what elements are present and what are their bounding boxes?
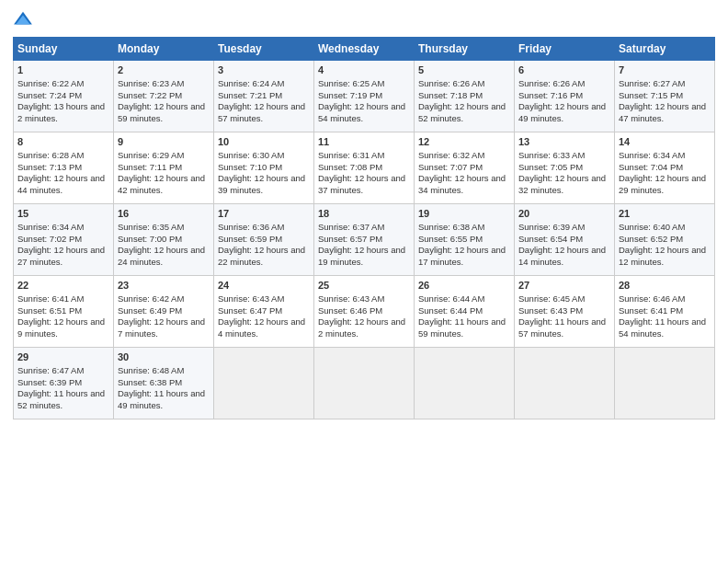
calendar-cell: 19Sunrise: 6:38 AMSunset: 6:55 PMDayligh…: [415, 204, 515, 276]
daylight-text: Daylight: 12 hours and 42 minutes.: [118, 173, 205, 195]
day-number: 13: [518, 135, 610, 149]
daylight-text: Daylight: 12 hours and 39 minutes.: [218, 173, 305, 195]
sunset-text: Sunset: 7:18 PM: [418, 90, 483, 100]
header: [13, 9, 715, 29]
day-number: 30: [118, 350, 210, 364]
calendar-cell: 23Sunrise: 6:42 AMSunset: 6:49 PMDayligh…: [114, 276, 214, 348]
daylight-text: Daylight: 12 hours and 24 minutes.: [118, 245, 205, 267]
sunset-text: Sunset: 6:43 PM: [518, 305, 583, 316]
daylight-text: Daylight: 12 hours and 59 minutes.: [118, 101, 205, 123]
calendar-cell: 1Sunrise: 6:22 AMSunset: 7:24 PMDaylight…: [14, 61, 114, 132]
day-number: 27: [518, 279, 610, 293]
sunrise-text: Sunrise: 6:25 AM: [318, 78, 384, 88]
calendar-cell: 10Sunrise: 6:30 AMSunset: 7:10 PMDayligh…: [214, 132, 314, 204]
daylight-text: Daylight: 12 hours and 27 minutes.: [17, 245, 105, 267]
daylight-text: Daylight: 12 hours and 17 minutes.: [418, 245, 506, 267]
daylight-text: Daylight: 12 hours and 37 minutes.: [318, 173, 405, 195]
day-header-thursday: Thursday: [415, 38, 515, 61]
sunset-text: Sunset: 7:22 PM: [118, 90, 182, 100]
daylight-text: Daylight: 12 hours and 22 minutes.: [218, 245, 305, 267]
sunrise-text: Sunrise: 6:37 AM: [318, 222, 384, 232]
calendar-cell: 30Sunrise: 6:48 AMSunset: 6:38 PMDayligh…: [114, 348, 214, 419]
calendar-week-2: 8Sunrise: 6:28 AMSunset: 7:13 PMDaylight…: [14, 132, 715, 204]
calendar-cell: 6Sunrise: 6:26 AMSunset: 7:16 PMDaylight…: [515, 61, 615, 132]
sunset-text: Sunset: 6:54 PM: [518, 234, 583, 244]
calendar-cell: 24Sunrise: 6:43 AMSunset: 6:47 PMDayligh…: [214, 276, 314, 348]
daylight-text: Daylight: 12 hours and 19 minutes.: [318, 245, 405, 267]
day-number: 26: [418, 279, 510, 293]
daylight-text: Daylight: 11 hours and 54 minutes.: [619, 316, 706, 339]
calendar-cell: 16Sunrise: 6:35 AMSunset: 7:00 PMDayligh…: [114, 204, 214, 276]
day-number: 19: [418, 207, 510, 221]
calendar-cell: [415, 348, 515, 419]
sunset-text: Sunset: 7:05 PM: [518, 162, 583, 172]
daylight-text: Daylight: 12 hours and 49 minutes.: [518, 101, 606, 123]
calendar-week-1: 1Sunrise: 6:22 AMSunset: 7:24 PMDaylight…: [14, 61, 715, 132]
sunset-text: Sunset: 6:57 PM: [318, 234, 382, 244]
sunset-text: Sunset: 6:52 PM: [619, 234, 683, 244]
sunrise-text: Sunrise: 6:31 AM: [318, 150, 384, 160]
day-number: 3: [218, 63, 310, 77]
calendar-cell: 21Sunrise: 6:40 AMSunset: 6:52 PMDayligh…: [615, 204, 715, 276]
daylight-text: Daylight: 12 hours and 52 minutes.: [418, 101, 506, 123]
sunset-text: Sunset: 7:10 PM: [218, 162, 282, 172]
sunrise-text: Sunrise: 6:26 AM: [418, 78, 484, 88]
sunrise-text: Sunrise: 6:34 AM: [17, 222, 84, 232]
sunset-text: Sunset: 6:51 PM: [17, 305, 82, 316]
day-number: 22: [17, 279, 109, 293]
day-number: 24: [218, 279, 310, 293]
sunset-text: Sunset: 7:00 PM: [118, 234, 182, 244]
daylight-text: Daylight: 12 hours and 57 minutes.: [218, 101, 305, 123]
daylight-text: Daylight: 12 hours and 12 minutes.: [619, 245, 706, 267]
day-number: 18: [318, 207, 410, 221]
logo: [13, 9, 37, 29]
day-number: 4: [318, 63, 410, 77]
daylight-text: Daylight: 13 hours and 2 minutes.: [17, 101, 105, 123]
sunrise-text: Sunrise: 6:39 AM: [518, 222, 585, 232]
calendar-cell: [214, 348, 314, 419]
day-header-wednesday: Wednesday: [314, 38, 415, 61]
sunrise-text: Sunrise: 6:48 AM: [118, 365, 184, 375]
sunset-text: Sunset: 6:47 PM: [218, 305, 282, 316]
calendar-cell: 28Sunrise: 6:46 AMSunset: 6:41 PMDayligh…: [615, 276, 715, 348]
calendar-cell: 18Sunrise: 6:37 AMSunset: 6:57 PMDayligh…: [314, 204, 415, 276]
sunset-text: Sunset: 6:38 PM: [118, 377, 182, 387]
day-number: 12: [418, 135, 510, 149]
day-number: 16: [118, 207, 210, 221]
day-header-monday: Monday: [114, 38, 214, 61]
day-number: 1: [17, 63, 109, 77]
daylight-text: Daylight: 12 hours and 54 minutes.: [318, 101, 405, 123]
sunrise-text: Sunrise: 6:30 AM: [218, 150, 284, 160]
sunset-text: Sunset: 7:08 PM: [318, 162, 382, 172]
calendar-cell: 17Sunrise: 6:36 AMSunset: 6:59 PMDayligh…: [214, 204, 314, 276]
calendar-cell: 4Sunrise: 6:25 AMSunset: 7:19 PMDaylight…: [314, 61, 415, 132]
sunrise-text: Sunrise: 6:38 AM: [418, 222, 484, 232]
daylight-text: Daylight: 12 hours and 32 minutes.: [518, 173, 606, 195]
daylight-text: Daylight: 11 hours and 59 minutes.: [418, 316, 506, 339]
sunrise-text: Sunrise: 6:24 AM: [218, 78, 284, 88]
calendar-cell: 26Sunrise: 6:44 AMSunset: 6:44 PMDayligh…: [415, 276, 515, 348]
day-number: 6: [518, 63, 610, 77]
daylight-text: Daylight: 12 hours and 29 minutes.: [619, 173, 706, 195]
sunrise-text: Sunrise: 6:46 AM: [619, 293, 685, 304]
daylight-text: Daylight: 12 hours and 34 minutes.: [418, 173, 506, 195]
day-header-tuesday: Tuesday: [214, 38, 314, 61]
calendar-cell: 11Sunrise: 6:31 AMSunset: 7:08 PMDayligh…: [314, 132, 415, 204]
day-number: 9: [118, 135, 210, 149]
day-number: 25: [318, 279, 410, 293]
calendar-cell: [515, 348, 615, 419]
day-header-sunday: Sunday: [14, 38, 114, 61]
sunrise-text: Sunrise: 6:44 AM: [418, 293, 484, 304]
calendar-cell: [314, 348, 415, 419]
day-header-friday: Friday: [515, 38, 615, 61]
day-number: 14: [619, 135, 711, 149]
sunrise-text: Sunrise: 6:45 AM: [518, 293, 585, 304]
daylight-text: Daylight: 12 hours and 7 minutes.: [118, 316, 205, 339]
sunrise-text: Sunrise: 6:29 AM: [118, 150, 184, 160]
day-number: 21: [619, 207, 711, 221]
day-number: 7: [619, 63, 711, 77]
calendar-cell: 25Sunrise: 6:43 AMSunset: 6:46 PMDayligh…: [314, 276, 415, 348]
sunset-text: Sunset: 7:19 PM: [318, 90, 382, 100]
sunset-text: Sunset: 6:46 PM: [318, 305, 382, 316]
sunset-text: Sunset: 7:24 PM: [17, 90, 82, 100]
